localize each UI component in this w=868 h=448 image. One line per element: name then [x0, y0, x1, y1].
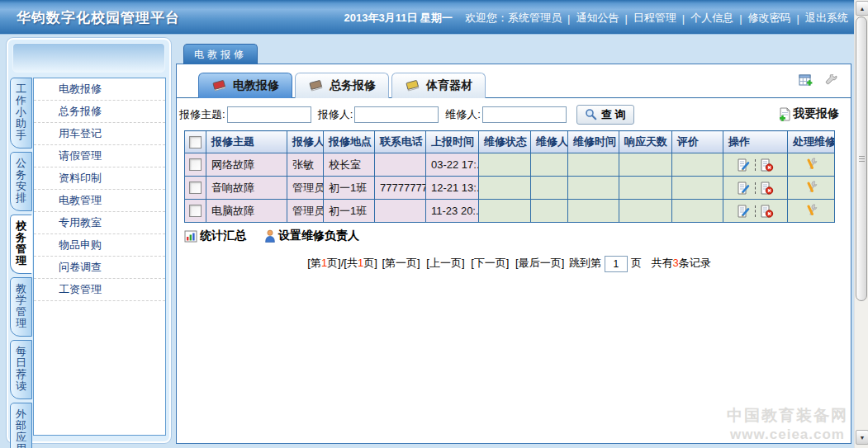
first-page-link[interactable]: [第一页] [382, 257, 420, 269]
scrollbar-thumb[interactable] [856, 17, 867, 301]
sidebar-menu-item-7[interactable]: 专用教室 [34, 212, 165, 234]
subtab-1[interactable]: 电教报修 [198, 73, 292, 98]
delete-icon[interactable] [760, 205, 774, 218]
cell-time: 12-21 13:... [426, 177, 479, 200]
jump-suffix: 页 [631, 257, 642, 269]
reporter-label: 报修人: [318, 107, 353, 122]
column-header-5: 上报时间 [426, 131, 479, 153]
subtab-3[interactable]: 体育器材 [391, 73, 486, 98]
sidebar-menu-item-3[interactable]: 用车登记 [34, 123, 165, 145]
cell-rating [672, 177, 723, 200]
sidebar-header-box [12, 43, 165, 73]
sidebar-menu-item-10[interactable]: 工资管理 [34, 279, 165, 301]
sidebar-menu-item-5[interactable]: 资料印制 [34, 167, 165, 190]
edit-icon[interactable] [737, 182, 751, 195]
table-header-row: 报修主题报修人报修地点联系电话上报时间维修状态维修人维修时间响应天数评价操作处理… [185, 131, 835, 153]
add-record-icon[interactable] [799, 74, 813, 87]
separator: | [739, 12, 742, 25]
thumb-grip [859, 156, 865, 163]
column-header-1: 报修主题 [206, 131, 287, 153]
row-checkbox[interactable] [189, 205, 202, 217]
total-records: 共有3条记录 [652, 257, 711, 269]
cell-response-days [619, 153, 672, 177]
edit-icon[interactable] [737, 205, 751, 218]
cell-location: 初一1班 [324, 177, 375, 200]
cell-repairer [531, 153, 568, 177]
cell-rating [672, 200, 723, 223]
last-page-link[interactable]: [最后一页] [515, 257, 564, 269]
watermark-line2: www.ceiea.com [715, 426, 860, 443]
row-select-cell [185, 200, 206, 223]
icon-separator [755, 205, 756, 217]
sidebar-menu-item-4[interactable]: 请假管理 [34, 145, 165, 167]
prev-page-link[interactable]: [上一页] [426, 257, 464, 269]
header-link-2[interactable]: 日程管理 [633, 11, 676, 26]
app-title: 华钧数字化校园管理平台 [17, 8, 180, 27]
sidebar-tab-1[interactable]: 工作小助手 [10, 78, 32, 149]
table-row: 电脑故障 管理员 初一1班 11-23 20:... [185, 200, 835, 223]
sidebar-menu-item-8[interactable]: 物品申购 [34, 234, 165, 257]
row-checkbox[interactable] [189, 182, 202, 194]
sidebar-menu-item-1[interactable]: 电教报修 [34, 78, 165, 101]
cell-process-repair [788, 177, 835, 200]
row-select-cell [185, 177, 206, 200]
column-header-2: 报修人 [287, 131, 324, 153]
set-repairer-button[interactable]: 设置维修负责人 [264, 229, 359, 243]
panel-tool-icons [799, 74, 838, 87]
delete-icon[interactable] [760, 182, 774, 195]
next-page-link[interactable]: [下一页] [471, 257, 509, 269]
page-tab[interactable]: 电教报修 [183, 44, 258, 64]
select-all-checkbox[interactable] [189, 136, 202, 149]
column-header-10: 评价 [672, 131, 723, 153]
magnifier-icon [585, 108, 597, 120]
row-checkbox[interactable] [189, 158, 202, 171]
repair-tools-icon[interactable] [804, 157, 818, 171]
search-bar: 报修主题: 报修人: 维修人: 查 询 [179, 103, 848, 125]
cell-repair-time [568, 153, 619, 177]
sidebar-menu-panel: 电教报修总务报修用车登记请假管理资料印制电教管理专用教室物品申购问卷调查工资管理 [33, 78, 166, 436]
scroll-up-button[interactable]: ▲ [856, 1, 868, 16]
separator: | [567, 12, 570, 25]
header-link-3[interactable]: 个人信息 [690, 11, 733, 26]
subtab-label: 体育器材 [426, 78, 472, 93]
column-header-11: 操作 [723, 131, 788, 153]
column-header-12: 处理维修 [788, 131, 835, 153]
bar-chart-icon [184, 230, 197, 243]
cell-rating [672, 153, 723, 177]
stats-summary-label: 统计汇总 [200, 229, 246, 243]
cell-reporter: 管理员 [287, 177, 324, 200]
cell-repair-status [479, 200, 531, 223]
query-button[interactable]: 查 询 [576, 105, 634, 125]
report-repair-label: 我要报修 [793, 106, 839, 121]
reporter-input[interactable] [354, 106, 439, 123]
separator: | [624, 12, 627, 25]
sidebar-menu-item-2[interactable]: 总务报修 [34, 101, 165, 123]
stats-summary-button[interactable]: 统计汇总 [184, 229, 246, 243]
page-add-icon [778, 107, 791, 121]
repairer-input[interactable] [482, 106, 567, 123]
sidebar-menu-item-9[interactable]: 问卷调查 [34, 257, 165, 279]
header-link-4[interactable]: 修改密码 [748, 11, 791, 26]
header-link-5[interactable]: 退出系统 [805, 11, 848, 26]
header-link-1[interactable]: 通知公告 [576, 11, 619, 26]
sidebar-tab-2[interactable]: 公务安排 [10, 152, 32, 211]
subtab-2[interactable]: 总务报修 [295, 73, 389, 98]
sidebar-menu-item-6[interactable]: 电教管理 [34, 190, 165, 212]
list-actions: 统计汇总 设置维修负责人 [184, 229, 359, 243]
cell-phone [375, 153, 426, 177]
cell-reporter: 管理员 [287, 200, 324, 223]
subject-input[interactable] [227, 106, 311, 123]
repair-tools-icon[interactable] [804, 203, 818, 217]
delete-icon[interactable] [760, 158, 774, 172]
report-repair-link[interactable]: 我要报修 [778, 106, 839, 121]
cell-repair-time [568, 177, 619, 200]
sidebar-tab-4[interactable]: 教学管理 [10, 277, 32, 337]
edit-icon[interactable] [737, 158, 751, 172]
wrench-icon[interactable] [825, 74, 838, 87]
sidebar-tab-3[interactable]: 校务管理 [10, 215, 32, 274]
sidebar-tab-6[interactable]: 外部应用 [10, 403, 32, 448]
jump-page-input[interactable] [605, 256, 628, 272]
repair-tools-icon[interactable] [804, 180, 818, 194]
sidebar-tab-5[interactable]: 每日荐读 [10, 340, 32, 399]
vertical-scrollbar[interactable]: ▲ ▼ [854, 0, 868, 448]
